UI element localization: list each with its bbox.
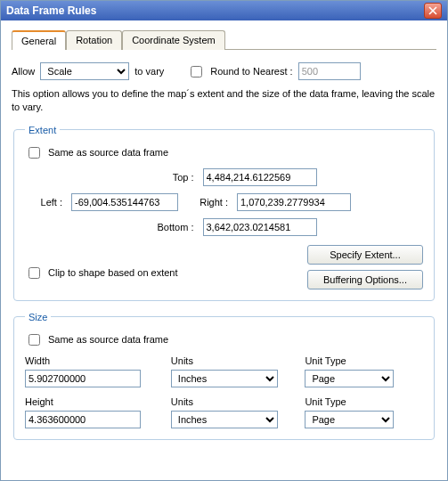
description-text: This option allows you to define the map…	[12, 87, 436, 114]
units-label-2: Units	[171, 396, 289, 407]
tab-general-label: General	[21, 36, 56, 46]
extent-same-checkbox[interactable]	[29, 147, 40, 159]
window-title: Data Frame Rules	[6, 4, 96, 17]
specify-extent-label: Specify Extent...	[330, 249, 400, 260]
extent-top-input[interactable]	[203, 168, 317, 186]
round-checkbox[interactable]	[191, 66, 202, 77]
size-same-checkbox[interactable]	[29, 334, 40, 346]
extent-left-label: Left :	[30, 197, 62, 208]
tab-rotation[interactable]: Rotation	[66, 30, 122, 50]
extent-legend: Extent	[25, 125, 60, 135]
extent-right-label: Right :	[187, 197, 228, 208]
size-same-label: Same as source data frame	[48, 334, 168, 345]
tab-rotation-label: Rotation	[76, 35, 112, 45]
round-input[interactable]	[298, 62, 361, 80]
extent-left-input[interactable]	[71, 193, 178, 211]
size-group: Size Same as source data frame Width Uni…	[13, 312, 435, 440]
unit-type-label-2: Unit Type	[305, 396, 423, 407]
extent-bottom-label: Bottom :	[132, 222, 194, 232]
width-label: Width	[25, 355, 155, 366]
tab-general[interactable]: General	[12, 30, 66, 50]
width-unit-type-select[interactable]: Page	[305, 370, 394, 387]
titlebar: Data Frame Rules	[1, 1, 447, 20]
clip-label: Clip to shape based on extent	[48, 267, 178, 278]
allow-suffix: to vary	[134, 66, 164, 77]
size-grid: Width Units Inches Unit Type Page Height…	[25, 355, 423, 428]
close-icon[interactable]	[424, 3, 442, 19]
size-legend: Size	[25, 312, 51, 322]
extent-right-input[interactable]	[237, 193, 351, 211]
content-area: General Rotation Coordinate System Allow…	[1, 20, 447, 460]
extent-top-label: Top :	[132, 172, 194, 183]
extent-bottom-input[interactable]	[203, 218, 317, 236]
allow-row: Allow Scale to vary Round to Nearest :	[12, 62, 436, 80]
extent-group: Extent Same as source data frame Top : L…	[13, 125, 435, 301]
buffering-options-label: Buffering Options...	[323, 274, 407, 285]
allow-label: Allow	[12, 66, 35, 77]
extent-grid: Top : Left : Right : Bottom :	[25, 168, 423, 236]
dialog-window: Data Frame Rules General Rotation Coordi…	[0, 0, 448, 481]
round-label: Round to Nearest :	[210, 66, 292, 77]
height-units-select[interactable]: Inches	[171, 411, 278, 428]
height-label: Height	[25, 396, 155, 407]
height-unit-type-select[interactable]: Page	[305, 411, 394, 428]
allow-select[interactable]: Scale	[40, 62, 129, 80]
buffering-options-button[interactable]: Buffering Options...	[307, 270, 423, 289]
specify-extent-button[interactable]: Specify Extent...	[307, 245, 423, 265]
tab-coord-label: Coordinate System	[132, 35, 216, 45]
unit-type-label-1: Unit Type	[305, 355, 423, 366]
extent-bottom-row: Clip to shape based on extent Specify Ex…	[25, 245, 423, 289]
tab-coordinate-system[interactable]: Coordinate System	[122, 30, 225, 50]
tabstrip: General Rotation Coordinate System	[12, 29, 436, 50]
units-label-1: Units	[171, 355, 289, 366]
clip-checkbox[interactable]	[29, 267, 40, 279]
width-units-select[interactable]: Inches	[171, 370, 278, 387]
extent-same-label: Same as source data frame	[48, 147, 168, 158]
width-input[interactable]	[25, 370, 141, 387]
height-input[interactable]	[25, 411, 141, 428]
